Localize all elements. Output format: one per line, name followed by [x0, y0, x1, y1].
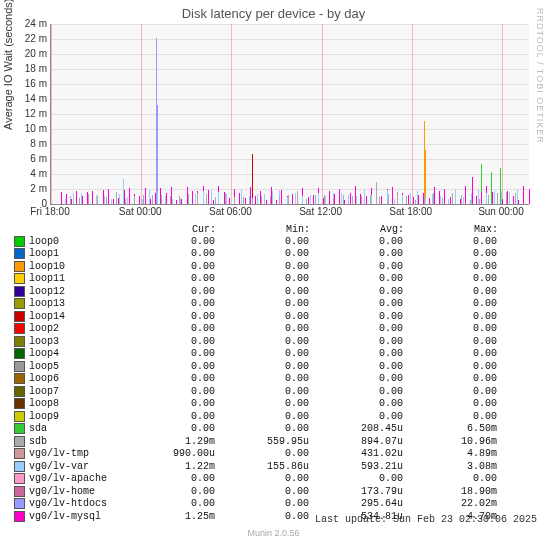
value-max: 0.00	[403, 348, 497, 359]
value-cur: 0.00	[121, 348, 215, 359]
device-name: loop1	[29, 248, 121, 259]
value-cur: 0.00	[121, 411, 215, 422]
ytick: 18 m	[3, 63, 47, 74]
legend-row: loop90.000.000.000.00	[14, 410, 536, 423]
xtick: Sat 12:00	[299, 206, 342, 217]
value-min: 0.00	[215, 373, 309, 384]
device-name: vg0/lv-mysql	[29, 511, 121, 522]
device-name: loop12	[29, 286, 121, 297]
device-name: loop7	[29, 386, 121, 397]
value-max: 0.00	[403, 411, 497, 422]
value-min: 0.00	[215, 386, 309, 397]
value-max: 4.89m	[403, 448, 497, 459]
legend-row: vg0/lv-apache0.000.000.000.00	[14, 473, 536, 486]
value-avg: 0.00	[309, 348, 403, 359]
legend-row: loop00.000.000.000.00	[14, 235, 536, 248]
value-cur: 0.00	[121, 398, 215, 409]
legend-row: vg0/lv-tmp990.00u0.00431.02u4.89m	[14, 448, 536, 461]
legend-row: sda0.000.00208.45u6.50m	[14, 423, 536, 436]
value-min: 0.00	[215, 336, 309, 347]
col-max: Max:	[404, 224, 498, 235]
legend-row: loop10.000.000.000.00	[14, 248, 536, 261]
value-min: 0.00	[215, 248, 309, 259]
legend-row: loop140.000.000.000.00	[14, 310, 536, 323]
value-avg: 0.00	[309, 298, 403, 309]
xtick: Sun 00:00	[478, 206, 524, 217]
value-max: 0.00	[403, 273, 497, 284]
value-cur: 0.00	[121, 498, 215, 509]
color-swatch	[14, 486, 25, 497]
plot-area	[50, 24, 529, 205]
value-max: 0.00	[403, 373, 497, 384]
value-avg: 593.21u	[309, 461, 403, 472]
value-avg: 0.00	[309, 411, 403, 422]
value-min: 0.00	[215, 298, 309, 309]
value-cur: 0.00	[121, 286, 215, 297]
value-avg: 0.00	[309, 361, 403, 372]
device-name: loop14	[29, 311, 121, 322]
value-cur: 0.00	[121, 423, 215, 434]
device-name: vg0/lv-apache	[29, 473, 121, 484]
device-name: loop0	[29, 236, 121, 247]
value-avg: 0.00	[309, 473, 403, 484]
color-swatch	[14, 373, 25, 384]
ytick: 8 m	[3, 138, 47, 149]
legend-row: vg0/lv-htdocs0.000.00295.64u22.02m	[14, 498, 536, 511]
value-max: 0.00	[403, 248, 497, 259]
value-avg: 0.00	[309, 286, 403, 297]
rrdtool-watermark: RRDTOOL / TOBI OETIKER	[535, 8, 545, 144]
value-min: 559.95u	[215, 436, 309, 447]
value-max: 0.00	[403, 336, 497, 347]
value-max: 0.00	[403, 286, 497, 297]
legend-row: loop20.000.000.000.00	[14, 323, 536, 336]
value-max: 0.00	[403, 236, 497, 247]
value-cur: 0.00	[121, 386, 215, 397]
ytick: 22 m	[3, 33, 47, 44]
col-avg: Avg:	[310, 224, 404, 235]
device-name: loop3	[29, 336, 121, 347]
value-min: 0.00	[215, 261, 309, 272]
value-avg: 0.00	[309, 236, 403, 247]
value-cur: 0.00	[121, 373, 215, 384]
ytick: 4 m	[3, 168, 47, 179]
legend-row: loop100.000.000.000.00	[14, 260, 536, 273]
color-swatch	[14, 273, 25, 284]
col-min: Min:	[216, 224, 310, 235]
legend-row: loop40.000.000.000.00	[14, 348, 536, 361]
device-name: loop4	[29, 348, 121, 359]
color-swatch	[14, 511, 25, 522]
device-name: loop5	[29, 361, 121, 372]
device-name: vg0/lv-home	[29, 486, 121, 497]
legend-row: loop110.000.000.000.00	[14, 273, 536, 286]
color-swatch	[14, 423, 25, 434]
ytick: 14 m	[3, 93, 47, 104]
color-swatch	[14, 261, 25, 272]
legend-header: Cur: Min: Avg: Max:	[14, 224, 536, 235]
color-swatch	[14, 398, 25, 409]
device-name: loop8	[29, 398, 121, 409]
value-cur: 0.00	[121, 273, 215, 284]
device-name: vg0/lv-var	[29, 461, 121, 472]
value-avg: 0.00	[309, 273, 403, 284]
value-avg: 0.00	[309, 398, 403, 409]
value-min: 0.00	[215, 398, 309, 409]
color-swatch	[14, 498, 25, 509]
value-avg: 173.79u	[309, 486, 403, 497]
ytick: 10 m	[3, 123, 47, 134]
value-max: 22.02m	[403, 498, 497, 509]
device-name: loop2	[29, 323, 121, 334]
device-name: sdb	[29, 436, 121, 447]
color-swatch	[14, 298, 25, 309]
ytick: 16 m	[3, 78, 47, 89]
value-cur: 0.00	[121, 361, 215, 372]
ytick: 6 m	[3, 153, 47, 164]
value-avg: 0.00	[309, 248, 403, 259]
color-swatch	[14, 436, 25, 447]
value-cur: 0.00	[121, 236, 215, 247]
color-swatch	[14, 448, 25, 459]
legend-table: Cur: Min: Avg: Max: loop00.000.000.000.0…	[14, 224, 536, 523]
ytick: 20 m	[3, 48, 47, 59]
value-min: 0.00	[215, 323, 309, 334]
legend-row: loop70.000.000.000.00	[14, 385, 536, 398]
legend-row: loop130.000.000.000.00	[14, 298, 536, 311]
